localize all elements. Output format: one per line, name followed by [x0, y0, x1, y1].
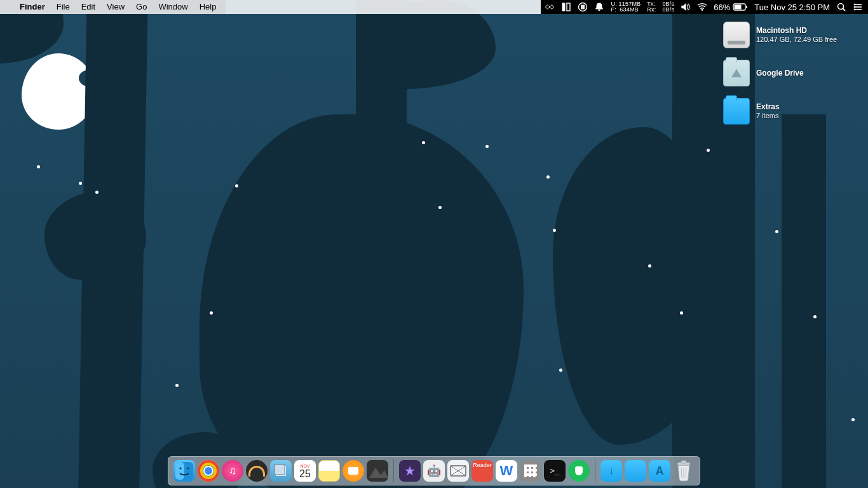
svg-rect-1	[567, 3, 570, 11]
dock-app-terminal[interactable]	[544, 460, 566, 482]
preview-icon	[274, 464, 288, 478]
desktop-icon-label: Extras	[756, 102, 780, 111]
dock-app-preview[interactable]	[270, 460, 292, 482]
dock-app-launchpad[interactable]	[520, 460, 541, 482]
menu-bar: Finder File Edit View Go Window Help U: …	[0, 0, 868, 14]
dock-trash[interactable]	[673, 460, 695, 482]
svg-point-5	[702, 9, 703, 10]
desktop-icon-label: Google Drive	[756, 69, 804, 78]
menu-extra-bat-icon[interactable]	[545, 0, 555, 14]
desktop-icon-macintosh-hd[interactable]: Macintosh HD 120.47 GB, 72.49 GB free	[723, 22, 857, 48]
battery-icon	[733, 3, 748, 11]
svg-rect-3	[581, 5, 583, 9]
dock-separator	[595, 459, 595, 482]
svg-rect-8	[746, 6, 747, 8]
dock-app-imovie[interactable]	[399, 460, 421, 482]
network-stats-label[interactable]: Tx: Rx:	[647, 1, 656, 13]
menu-extra-istat-icon[interactable]	[561, 0, 571, 14]
dock-app-notes[interactable]	[318, 460, 340, 482]
dock-app-mail[interactable]	[447, 460, 469, 482]
reader-label: Reader	[473, 462, 492, 468]
dock-separator	[393, 459, 394, 482]
menu-go[interactable]: Go	[130, 0, 153, 14]
dock-folder-documents[interactable]	[625, 460, 646, 482]
svg-rect-24	[681, 461, 686, 463]
svg-point-15	[854, 6, 855, 8]
svg-rect-4	[583, 5, 585, 9]
svg-line-10	[843, 9, 846, 11]
finder-icon	[175, 462, 193, 480]
dock-app-chrome[interactable]	[198, 460, 219, 482]
dock-app-overcast[interactable]	[246, 460, 268, 482]
dock-app-word[interactable]: W	[496, 460, 517, 482]
menu-file[interactable]: File	[51, 0, 76, 14]
menu-help[interactable]: Help	[194, 0, 222, 14]
desktop-icons: Macintosh HD 120.47 GB, 72.49 GB free Go…	[723, 22, 857, 125]
menu-bar-left: Finder File Edit View Go Window Help	[0, 0, 226, 14]
app-menu[interactable]: Finder	[14, 0, 51, 14]
folder-icon	[723, 98, 750, 125]
battery-percent: 66%	[714, 3, 730, 12]
dock-app-calendar[interactable]: NOV 25	[294, 460, 316, 482]
hard-drive-icon	[723, 22, 750, 48]
svg-rect-0	[562, 3, 565, 11]
dock-app-itunes[interactable]	[222, 460, 243, 482]
desktop-icon-extras[interactable]: Extras 7 items	[723, 98, 857, 125]
word-glyph: W	[500, 463, 513, 479]
network-stats-rate[interactable]: 0B/s 0B/s	[662, 1, 674, 13]
svg-point-20	[187, 467, 189, 469]
desktop-icon-label: Macintosh HD	[756, 26, 837, 35]
desktop-icon-subtitle: 120.47 GB, 72.49 GB free	[756, 35, 837, 44]
menu-view[interactable]: View	[101, 0, 130, 14]
notifications-bell-icon[interactable]	[594, 0, 604, 14]
desktop-icon-subtitle: 7 items	[756, 111, 780, 120]
desktop-icon-google-drive[interactable]: Google Drive	[723, 60, 857, 86]
dock-app-photos[interactable]	[367, 460, 388, 482]
svg-point-9	[838, 4, 844, 10]
menu-bar-right: U: 1157MB F: 634MB Tx: Rx: 0B/s 0B/s 66%…	[541, 0, 868, 14]
dock-app-finder[interactable]	[173, 460, 195, 482]
svg-point-19	[179, 467, 181, 469]
svg-point-14	[854, 4, 855, 5]
dock-folder-downloads[interactable]	[600, 460, 622, 482]
svg-point-16	[854, 9, 855, 10]
memory-stats[interactable]: U: 1157MB F: 634MB	[611, 1, 641, 13]
trash-icon	[674, 460, 693, 482]
menu-window[interactable]: Window	[153, 0, 193, 14]
dock-app-pushbullet[interactable]	[568, 460, 590, 482]
svg-point-2	[579, 3, 587, 11]
svg-rect-22	[275, 464, 285, 475]
menu-bar-clock[interactable]: Tue Nov 25 2:50 PM	[754, 3, 830, 12]
svg-rect-18	[175, 462, 184, 480]
spotlight-icon[interactable]	[836, 0, 846, 14]
dock: NOV 25 Reader W	[168, 456, 700, 485]
notification-center-icon[interactable]	[853, 0, 863, 14]
dock-app-ibooks[interactable]	[342, 460, 364, 482]
dock-folder-applications[interactable]	[649, 460, 670, 482]
dock-app-automator[interactable]	[423, 460, 445, 482]
menu-extra-pause-icon[interactable]	[578, 0, 588, 14]
battery-status[interactable]: 66%	[714, 3, 748, 12]
wifi-icon[interactable]	[697, 0, 707, 14]
folder-icon	[723, 60, 750, 86]
volume-icon[interactable]	[681, 0, 691, 14]
calendar-day: 25	[299, 469, 311, 479]
menu-edit[interactable]: Edit	[76, 0, 101, 14]
svg-rect-7	[735, 5, 742, 10]
dock-app-reader[interactable]: Reader	[471, 460, 493, 482]
